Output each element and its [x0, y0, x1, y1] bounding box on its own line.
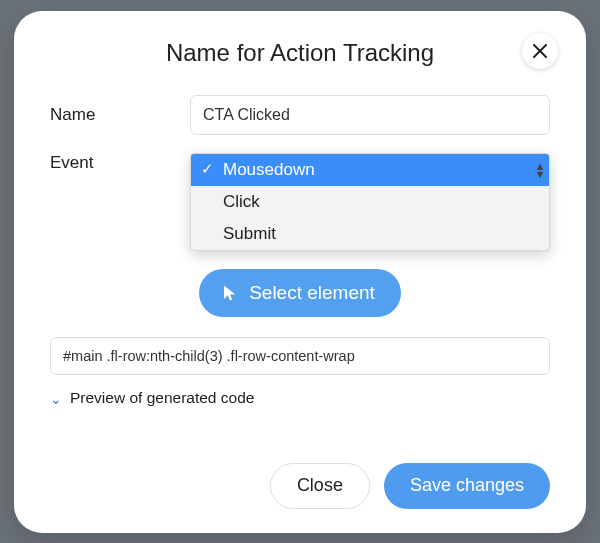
event-option-submit[interactable]: Submit — [191, 218, 549, 250]
event-dropdown[interactable]: Mousedown Click Submit ▲ ▼ — [190, 153, 550, 251]
selector-input[interactable]: #main .fl-row:nth-child(3) .fl-row-conte… — [50, 337, 550, 375]
event-row: Event Mousedown Click Submit ▲ ▼ — [50, 153, 550, 251]
name-row: Name — [50, 95, 550, 135]
close-icon-button[interactable] — [522, 33, 558, 69]
close-icon — [533, 44, 547, 58]
event-option-click[interactable]: Click — [191, 186, 549, 218]
select-element-row: Select element — [50, 269, 550, 317]
name-input[interactable] — [190, 95, 550, 135]
preview-label: Preview of generated code — [70, 389, 254, 407]
dialog-title: Name for Action Tracking — [50, 39, 550, 67]
updown-arrows-icon: ▲ ▼ — [533, 160, 547, 180]
select-element-label: Select element — [249, 282, 375, 304]
chevron-down-icon: ⌄ — [50, 391, 62, 407]
event-option-mousedown[interactable]: Mousedown — [191, 154, 549, 186]
preview-toggle[interactable]: ⌄ Preview of generated code — [50, 389, 550, 407]
save-button[interactable]: Save changes — [384, 463, 550, 509]
event-dropdown-list: Mousedown Click Submit ▲ ▼ — [190, 153, 550, 251]
dialog: Name for Action Tracking Name Event Mous… — [14, 11, 586, 533]
event-label: Event — [50, 153, 190, 173]
dialog-footer: Close Save changes — [270, 463, 550, 509]
select-element-button[interactable]: Select element — [199, 269, 401, 317]
close-button[interactable]: Close — [270, 463, 370, 509]
name-label: Name — [50, 105, 190, 125]
modal-backdrop: Name for Action Tracking Name Event Mous… — [0, 0, 600, 543]
cursor-icon — [221, 284, 239, 302]
